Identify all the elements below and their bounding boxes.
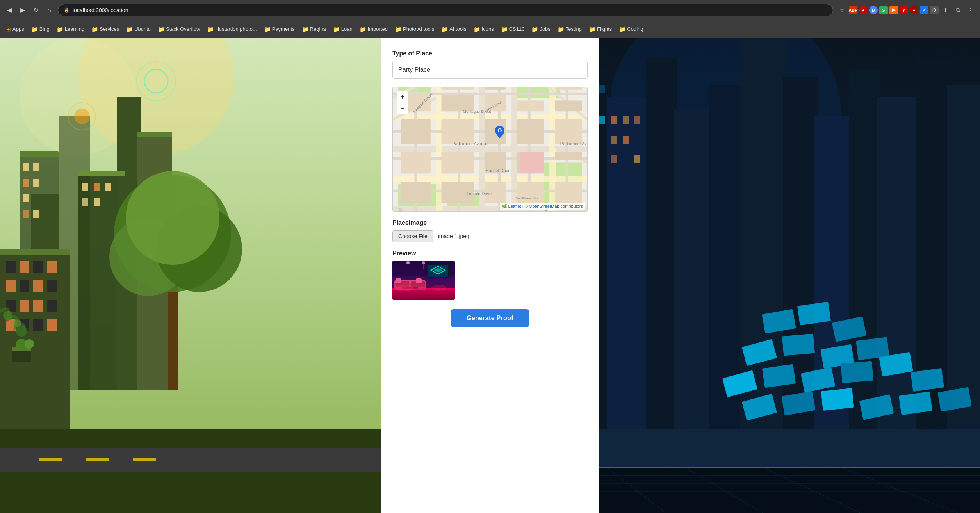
bookmark-jobs-label: Jobs: [540, 26, 550, 32]
zoom-out-button[interactable]: −: [397, 103, 408, 114]
svg-rect-71: [646, 58, 677, 429]
nav-back-button[interactable]: ◀: [4, 5, 15, 16]
bookmark-icons[interactable]: 📁 Icons: [470, 25, 497, 34]
svg-rect-30: [0, 249, 70, 255]
bookmark-jobs[interactable]: 📁 Jobs: [528, 25, 553, 34]
svg-rect-106: [611, 136, 617, 144]
bookmark-cs110[interactable]: 📁 CS110: [498, 25, 528, 34]
bookmark-apps[interactable]: ⊞ Apps: [3, 25, 27, 34]
ext-orange-icon[interactable]: ▶: [889, 6, 898, 14]
svg-rect-13: [33, 163, 39, 171]
svg-point-234: [431, 285, 447, 291]
svg-rect-184: [555, 101, 582, 112]
place-image-section: PlaceImage Choose File image 1.jpeg: [392, 219, 588, 242]
bookmark-imported[interactable]: 📁 Imported: [356, 25, 391, 34]
svg-rect-174: [401, 119, 431, 144]
folder-icon: 📁: [501, 26, 508, 32]
svg-rect-107: [623, 136, 629, 144]
bookmark-flights-label: Flights: [597, 26, 612, 32]
svg-rect-196: [555, 182, 582, 203]
svg-rect-15: [33, 179, 39, 187]
leaflet-link[interactable]: 🌿 Leaflet: [502, 204, 521, 208]
svg-rect-40: [20, 300, 29, 312]
svg-rect-186: [401, 152, 431, 173]
bookmark-testing[interactable]: 📁 Testing: [554, 25, 585, 34]
bookmark-stackoverflow[interactable]: 📁 Stack Overflow: [155, 25, 203, 34]
svg-rect-109: [634, 155, 640, 163]
svg-rect-125: [821, 388, 854, 411]
svg-rect-38: [47, 280, 57, 292]
svg-rect-31: [6, 261, 16, 273]
ext-abp-icon[interactable]: ABP: [849, 6, 857, 14]
nav-refresh-button[interactable]: ↻: [30, 5, 41, 16]
svg-point-230: [422, 261, 425, 264]
map-svg: Pasquali Street Montague Street Jaleh St…: [393, 87, 587, 211]
svg-rect-185: [555, 119, 582, 144]
preview-image: [392, 261, 455, 300]
bookmark-regina[interactable]: 📁 Regina: [299, 25, 329, 34]
preview-label: Preview: [392, 250, 588, 257]
bookmark-services[interactable]: 📁 Services: [88, 25, 122, 34]
nav-forward-button[interactable]: ▶: [17, 5, 28, 16]
bookmark-learning[interactable]: 📁 Learning: [53, 25, 88, 34]
preview-section: Preview: [392, 250, 588, 300]
menu-button[interactable]: ⋮: [965, 5, 976, 16]
nav-home-button[interactable]: ⌂: [44, 5, 55, 16]
bookmark-loan[interactable]: 📁 Loan: [330, 25, 356, 34]
svg-rect-21: [105, 183, 111, 191]
svg-rect-16: [23, 194, 29, 202]
ext-blue-icon[interactable]: B: [869, 6, 878, 14]
svg-rect-72: [674, 109, 713, 429]
svg-rect-163: [393, 93, 587, 95]
svg-rect-225: [396, 278, 401, 283]
folder-icon: 📁: [558, 26, 564, 32]
ext-red2-icon[interactable]: Y: [900, 6, 908, 14]
party-room-art: [392, 261, 455, 300]
bookmark-ai-tools[interactable]: 📁 AI tools: [438, 25, 469, 34]
choose-file-button[interactable]: Choose File: [392, 230, 433, 242]
bookmark-photo-ai[interactable]: 📁 Photo AI tools: [392, 25, 437, 34]
type-of-place-input[interactable]: [392, 61, 588, 79]
bookmark-illustration-label: Illustartion photo...: [215, 26, 257, 32]
nav-buttons: ◀ ▶ ↻ ⌂: [4, 5, 55, 16]
svg-rect-183: [555, 87, 582, 90]
address-bar[interactable]: 🔒 localhost:3000/location: [58, 4, 833, 16]
ext-dark-icon[interactable]: ●: [910, 6, 918, 14]
svg-text:Southland Mall: Southland Mall: [515, 196, 540, 200]
svg-text:Sunset Drive: Sunset Drive: [486, 168, 510, 173]
svg-rect-175: [442, 87, 474, 90]
bookmark-flights[interactable]: 📁 Flights: [586, 25, 615, 34]
bookmark-icons-label: Icons: [482, 26, 494, 32]
ext-check-icon[interactable]: ✓: [920, 6, 928, 14]
map-attribution: 🌿 Leaflet | © OpenStreetMap contributors: [500, 203, 585, 210]
svg-rect-50: [12, 351, 31, 362]
bookmark-coding-label: Coding: [627, 26, 643, 32]
bookmark-illustration[interactable]: 📁 Illustartion photo...: [204, 25, 260, 34]
bookmark-payments[interactable]: 📁 Payments: [261, 25, 298, 34]
ext-red-icon[interactable]: ●: [859, 6, 868, 14]
zoom-in-button[interactable]: +: [397, 91, 408, 103]
svg-point-47: [3, 311, 12, 320]
file-name-display: image 1.jpeg: [438, 233, 469, 239]
bookmark-coding[interactable]: 📁 Coding: [616, 25, 646, 34]
ext-share-icon[interactable]: ⬡: [930, 6, 939, 14]
bookmark-star-button[interactable]: ☆: [836, 5, 847, 16]
svg-rect-187: [401, 182, 431, 203]
bookmark-cs110-label: CS110: [509, 26, 525, 32]
downloads-button[interactable]: ⬇: [940, 5, 951, 16]
svg-rect-153: [393, 176, 587, 182]
bookmark-bing[interactable]: 📁 Bing: [28, 25, 53, 34]
generate-proof-button[interactable]: Generate Proof: [451, 309, 529, 327]
folder-icon: 📁: [57, 26, 63, 32]
ext-green-icon[interactable]: S: [879, 6, 888, 14]
bookmark-photo-ai-label: Photo AI tools: [403, 26, 434, 32]
bookmark-ubuntu[interactable]: 📁 Ubuntu: [123, 25, 154, 34]
svg-rect-23: [94, 198, 100, 206]
svg-rect-102: [599, 116, 605, 124]
svg-rect-80: [947, 85, 980, 429]
extensions-button[interactable]: ⧉: [953, 5, 964, 16]
osm-link[interactable]: © OpenStreetMap: [525, 204, 559, 208]
folder-icon: 📁: [619, 26, 625, 32]
svg-rect-22: [82, 198, 88, 206]
map-container[interactable]: Pasquali Street Montague Street Jaleh St…: [392, 87, 588, 212]
